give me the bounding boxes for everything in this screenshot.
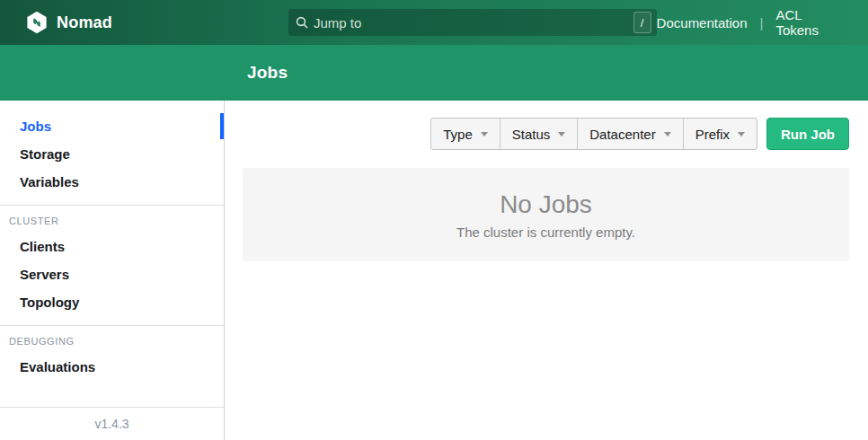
sidebar-item-label: Clients bbox=[20, 239, 65, 254]
filter-label: Status bbox=[512, 127, 551, 142]
navbar-links: Documentation | ACL Tokens bbox=[657, 7, 868, 38]
active-indicator bbox=[220, 113, 224, 139]
sidebar-item-storage[interactable]: Storage bbox=[0, 140, 224, 168]
sidebar-item-clients[interactable]: Clients bbox=[0, 233, 224, 260]
link-separator: | bbox=[748, 15, 776, 31]
chevron-down-icon bbox=[738, 132, 745, 136]
empty-state-message: The cluster is currently empty. bbox=[456, 224, 635, 240]
main-content: Type Status Datacenter Prefix Run Job bbox=[225, 101, 868, 440]
sidebar-item-topology[interactable]: Topology bbox=[0, 288, 224, 316]
documentation-link[interactable]: Documentation bbox=[657, 15, 748, 31]
sidebar-item-servers[interactable]: Servers bbox=[0, 260, 224, 288]
filter-datacenter-dropdown[interactable]: Datacenter bbox=[577, 119, 682, 149]
run-job-button[interactable]: Run Job bbox=[766, 118, 849, 150]
sidebar-item-label: Storage bbox=[20, 146, 70, 162]
sidebar-item-label: Jobs bbox=[20, 119, 51, 134]
filter-status-dropdown[interactable]: Status bbox=[500, 119, 578, 149]
acl-tokens-link[interactable]: ACL Tokens bbox=[775, 7, 842, 38]
sidebar-footer: v1.4.3 bbox=[0, 407, 224, 440]
version-label: v1.4.3 bbox=[94, 417, 128, 431]
brand-name: Nomad bbox=[57, 13, 112, 32]
chevron-down-icon bbox=[481, 132, 488, 136]
sidebar-item-variables[interactable]: Variables bbox=[0, 168, 224, 196]
jump-to-search[interactable]: / bbox=[288, 9, 657, 36]
filter-label: Datacenter bbox=[589, 127, 655, 142]
divider bbox=[0, 325, 224, 326]
jobs-toolbar: Type Status Datacenter Prefix Run Job bbox=[243, 118, 849, 150]
top-navbar: Nomad / Documentation | ACL Tokens bbox=[0, 0, 868, 45]
filter-label: Type bbox=[443, 127, 473, 142]
sidebar-item-evaluations[interactable]: Evaluations bbox=[0, 353, 224, 381]
empty-state: No Jobs The cluster is currently empty. bbox=[243, 168, 849, 261]
sidebar-item-label: Evaluations bbox=[20, 359, 95, 374]
search-shortcut-key: / bbox=[633, 12, 651, 33]
filter-type-dropdown[interactable]: Type bbox=[431, 119, 500, 149]
nomad-logo-icon bbox=[25, 11, 49, 34]
sidebar-item-jobs[interactable]: Jobs bbox=[0, 112, 224, 140]
page-header: Jobs bbox=[0, 45, 868, 101]
filter-label: Prefix bbox=[695, 127, 730, 142]
search-icon bbox=[296, 16, 308, 29]
search-input[interactable] bbox=[308, 15, 633, 31]
sidebar: Jobs Storage Variables CLUSTER Clients S… bbox=[0, 101, 225, 440]
sidebar-item-label: Variables bbox=[20, 174, 79, 189]
sidebar-item-label: Servers bbox=[20, 267, 69, 282]
divider bbox=[0, 205, 224, 206]
debugging-section-label: DEBUGGING bbox=[9, 336, 224, 347]
filter-prefix-dropdown[interactable]: Prefix bbox=[683, 119, 757, 149]
page-title: Jobs bbox=[247, 63, 288, 83]
chevron-down-icon bbox=[558, 132, 565, 136]
chevron-down-icon bbox=[664, 132, 671, 136]
empty-state-title: No Jobs bbox=[500, 190, 592, 219]
nomad-brand[interactable]: Nomad bbox=[0, 11, 130, 34]
sidebar-item-label: Topology bbox=[20, 295, 79, 310]
cluster-section-label: CLUSTER bbox=[9, 216, 224, 226]
filter-group: Type Status Datacenter Prefix bbox=[430, 118, 757, 150]
